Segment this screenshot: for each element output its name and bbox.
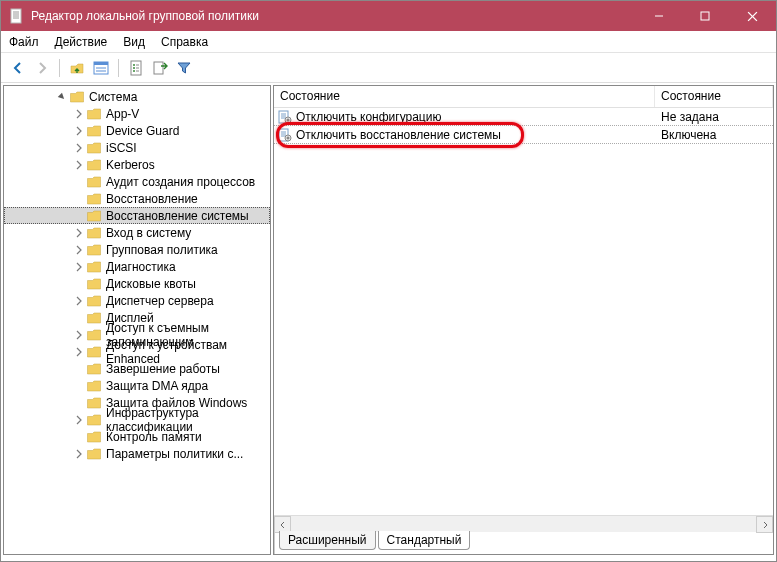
tree-node[interactable]: Диагностика xyxy=(4,258,270,275)
scroll-right-button[interactable] xyxy=(756,516,773,533)
details-button[interactable] xyxy=(90,57,112,79)
tree-label: Система xyxy=(89,90,137,104)
tree-node[interactable]: Параметры политики с... xyxy=(4,445,270,462)
horizontal-scrollbar[interactable] xyxy=(274,515,773,532)
tree-label: Диспетчер сервера xyxy=(106,294,214,308)
expander-icon[interactable] xyxy=(72,260,86,274)
tree-node-root[interactable]: Система xyxy=(4,88,270,105)
expander-icon[interactable] xyxy=(72,311,86,325)
menu-view[interactable]: Вид xyxy=(123,35,145,49)
folder-icon xyxy=(86,123,102,139)
scroll-track[interactable] xyxy=(291,516,756,532)
folder-icon xyxy=(86,310,102,326)
expander-icon[interactable] xyxy=(72,175,86,189)
tree-pane: СистемаApp-VDevice GuardiSCSIKerberosАуд… xyxy=(3,85,271,555)
list-item-state: Не задана xyxy=(655,110,773,124)
column-header-name[interactable]: Состояние xyxy=(274,86,655,107)
tab-extended[interactable]: Расширенный xyxy=(279,531,376,550)
folder-icon xyxy=(69,89,85,105)
expander-icon[interactable] xyxy=(72,141,86,155)
expander-icon[interactable] xyxy=(72,430,86,444)
svg-point-14 xyxy=(133,64,135,66)
tree-node[interactable]: iSCSI xyxy=(4,139,270,156)
tree-node[interactable]: Дисковые квоты xyxy=(4,275,270,292)
expander-icon[interactable] xyxy=(72,209,86,223)
folder-icon xyxy=(86,225,102,241)
tree-node[interactable]: Восстановление системы xyxy=(4,207,270,224)
folder-icon xyxy=(86,191,102,207)
tree-node[interactable]: Групповая политика xyxy=(4,241,270,258)
expander-icon[interactable] xyxy=(72,192,86,206)
tree-node[interactable]: Аудит создания процессов xyxy=(4,173,270,190)
tree-node[interactable]: Защита DMA ядра xyxy=(4,377,270,394)
folder-icon xyxy=(86,106,102,122)
menu-help[interactable]: Справка xyxy=(161,35,208,49)
folder-icon xyxy=(86,412,102,428)
menu-action[interactable]: Действие xyxy=(55,35,108,49)
list-row[interactable]: Отключить конфигурациюНе задана xyxy=(274,108,773,126)
svg-rect-20 xyxy=(154,62,163,74)
column-header-state[interactable]: Состояние xyxy=(655,86,773,107)
expander-icon[interactable] xyxy=(72,243,86,257)
expander-icon[interactable] xyxy=(72,277,86,291)
export-button[interactable] xyxy=(149,57,171,79)
tree-node[interactable]: Восстановление xyxy=(4,190,270,207)
tree-label: Device Guard xyxy=(106,124,179,138)
tree-node[interactable]: Диспетчер сервера xyxy=(4,292,270,309)
filter-button[interactable] xyxy=(173,57,195,79)
tree-node[interactable]: Инфраструктура классификации xyxy=(4,411,270,428)
folder-icon xyxy=(86,276,102,292)
tree-node[interactable]: Device Guard xyxy=(4,122,270,139)
tree-node[interactable]: Вход в систему xyxy=(4,224,270,241)
close-button[interactable] xyxy=(728,1,776,31)
svg-point-16 xyxy=(133,70,135,72)
tree[interactable]: СистемаApp-VDevice GuardiSCSIKerberosАуд… xyxy=(4,86,270,554)
tab-strip: Расширенный Стандартный xyxy=(274,532,773,554)
minimize-button[interactable] xyxy=(636,1,682,31)
up-button[interactable] xyxy=(66,57,88,79)
window-title: Редактор локальной групповой политики xyxy=(31,9,636,23)
expander-icon[interactable] xyxy=(72,328,86,342)
expander-icon[interactable] xyxy=(72,226,86,240)
folder-icon xyxy=(86,208,102,224)
tree-label: Восстановление системы xyxy=(106,209,249,223)
list-header: Состояние Состояние xyxy=(274,86,773,108)
menu-file[interactable]: Файл xyxy=(9,35,39,49)
folder-icon xyxy=(86,242,102,258)
folder-icon xyxy=(86,429,102,445)
expander-icon[interactable] xyxy=(72,447,86,461)
expander-icon[interactable] xyxy=(72,413,86,427)
forward-button[interactable] xyxy=(31,57,53,79)
expander-icon[interactable] xyxy=(72,362,86,376)
tree-label: Аудит создания процессов xyxy=(106,175,255,189)
tree-label: Параметры политики с... xyxy=(106,447,243,461)
tab-standard[interactable]: Стандартный xyxy=(378,531,471,550)
expander-icon[interactable] xyxy=(72,345,86,359)
expander-icon[interactable] xyxy=(72,294,86,308)
list-row[interactable]: Отключить восстановление системыВключена xyxy=(274,126,773,144)
folder-icon xyxy=(86,174,102,190)
toolbar-separator xyxy=(118,59,119,77)
expander-icon[interactable] xyxy=(72,107,86,121)
folder-icon xyxy=(86,327,102,343)
folder-icon xyxy=(86,446,102,462)
svg-point-15 xyxy=(133,67,135,69)
expander-icon[interactable] xyxy=(72,124,86,138)
expander-icon[interactable] xyxy=(55,90,69,104)
tree-node[interactable]: Kerberos xyxy=(4,156,270,173)
tree-node[interactable]: App-V xyxy=(4,105,270,122)
expander-icon[interactable] xyxy=(72,379,86,393)
tree-label: App-V xyxy=(106,107,139,121)
folder-icon xyxy=(86,395,102,411)
tree-label: Контроль памяти xyxy=(106,430,202,444)
maximize-button[interactable] xyxy=(682,1,728,31)
expander-icon[interactable] xyxy=(72,396,86,410)
list-item-state: Включена xyxy=(655,128,773,142)
expander-icon[interactable] xyxy=(72,158,86,172)
svg-rect-10 xyxy=(94,62,108,65)
list-body: Отключить конфигурациюНе заданаОтключить… xyxy=(274,108,773,515)
back-button[interactable] xyxy=(7,57,29,79)
tree-node[interactable]: Доступ к устройствам Enhanced xyxy=(4,343,270,360)
properties-button[interactable] xyxy=(125,57,147,79)
list-item-name: Отключить конфигурацию xyxy=(296,110,441,124)
